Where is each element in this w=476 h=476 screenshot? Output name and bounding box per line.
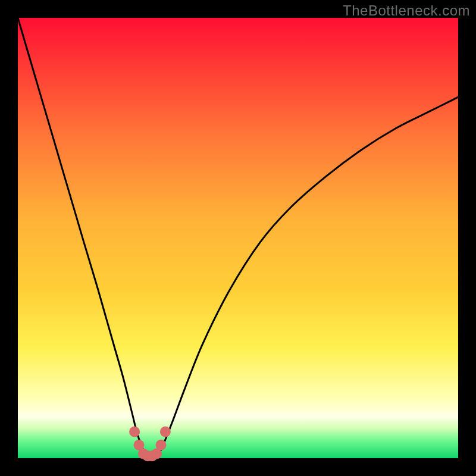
curve-marker bbox=[160, 427, 171, 437]
plot-background bbox=[18, 18, 458, 458]
curve-marker bbox=[156, 440, 167, 450]
watermark-text: TheBottleneck.com bbox=[343, 2, 470, 19]
bottleneck-chart bbox=[0, 0, 476, 476]
curve-marker bbox=[129, 427, 140, 437]
chart-container: TheBottleneck.com bbox=[0, 0, 476, 476]
